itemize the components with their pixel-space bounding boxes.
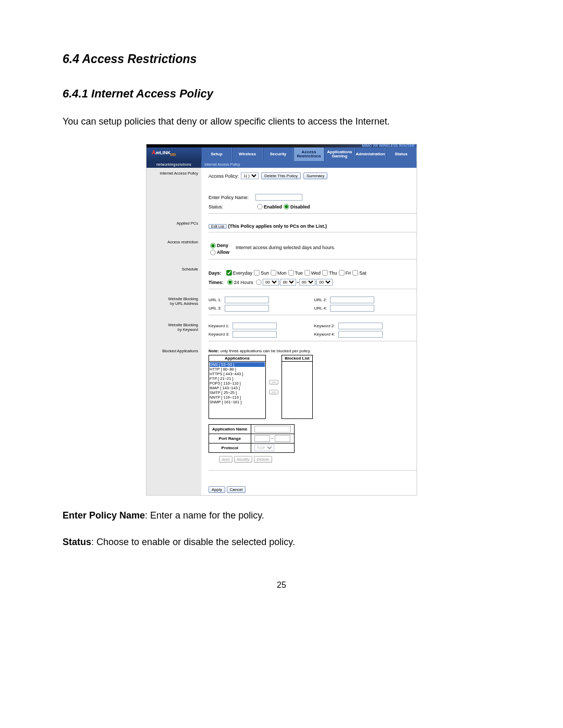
- app-item-smtp[interactable]: SMTP [ 25~25 ]: [210, 390, 265, 395]
- url1-input[interactable]: [225, 297, 269, 303]
- policy-name-input[interactable]: [255, 194, 302, 201]
- app-item-ftp[interactable]: FTP [ 21~21 ]: [210, 376, 265, 381]
- kw1-input[interactable]: [232, 323, 277, 329]
- everyday-label: Everyday: [233, 270, 253, 276]
- restriction-note: Internet access during selected days and…: [236, 245, 335, 250]
- app-item-pop3[interactable]: POP3 [ 110~110 ]: [210, 381, 265, 386]
- url3-input[interactable]: [225, 305, 269, 312]
- policy-name-label: Enter Policy Name:: [209, 195, 253, 200]
- status-enabled-radio[interactable]: [257, 204, 262, 209]
- nav-access-restrictions[interactable]: Access Restrictions: [293, 147, 324, 161]
- applications-list[interactable]: DNS [ 53~53 ] HTTP [ 80~80 ] HTTPS [ 443…: [209, 362, 266, 419]
- port-from-input[interactable]: [254, 435, 270, 442]
- thu-label: Thu: [329, 270, 337, 276]
- access-policy-select[interactable]: 1( ): [241, 172, 259, 179]
- app-item-nntp[interactable]: NNTP [ 119~119 ]: [210, 395, 265, 400]
- time-from-h[interactable]: 00: [263, 279, 279, 286]
- url4-label: URL 4:: [314, 306, 327, 311]
- applications-header: Applications: [209, 355, 266, 362]
- time-range-radio[interactable]: [256, 279, 261, 285]
- fri-label: Fri: [346, 270, 351, 276]
- protocol-select[interactable]: TCP: [254, 445, 274, 451]
- days-label: Days:: [209, 270, 222, 276]
- delete-policy-button[interactable]: Delete This Policy: [261, 172, 301, 179]
- nav-security[interactable]: Security: [263, 147, 293, 161]
- wed-checkbox[interactable]: [304, 270, 310, 275]
- kw3-input[interactable]: [232, 331, 277, 338]
- nav-applications-gaming[interactable]: Applications Gaming: [324, 147, 355, 161]
- kw4-label: Keyword 4:: [314, 332, 335, 337]
- kw2-label: Keyword 2:: [314, 324, 335, 328]
- app-item-snmp[interactable]: SNMP [ 161~161 ]: [210, 400, 265, 404]
- app-item-http[interactable]: HTTP [ 80~80 ]: [210, 367, 265, 372]
- kw4-input[interactable]: [338, 331, 383, 338]
- blocked-list[interactable]: [282, 362, 313, 419]
- cancel-button[interactable]: Cancel: [227, 486, 246, 493]
- edit-list-button[interactable]: Edit List: [209, 224, 227, 229]
- 24hours-label: 24 Hours: [234, 280, 253, 285]
- delete-app-button[interactable]: Delete: [254, 456, 272, 463]
- side-blocked-apps: Blocked Applications: [146, 347, 201, 476]
- kw2-input[interactable]: [338, 323, 383, 329]
- url4-input[interactable]: [330, 305, 374, 312]
- move-left-button[interactable]: <<: [269, 390, 278, 394]
- intro-paragraph: You can setup policies that deny or allo…: [63, 115, 500, 128]
- side-kw-block-1: Website Blocking: [168, 323, 198, 327]
- thu-checkbox[interactable]: [322, 270, 327, 275]
- status-label: Status:: [209, 204, 253, 209]
- status-disabled-radio[interactable]: [284, 204, 289, 209]
- side-access-restriction: Access restriction: [146, 238, 201, 265]
- nav-administration[interactable]: Administration: [355, 147, 386, 161]
- nav-wireless[interactable]: Wireless: [232, 147, 263, 161]
- side-url-block-2: by URL Address: [170, 301, 198, 306]
- enter-policy-description: Enter Policy Name: Enter a name for the …: [63, 509, 500, 522]
- everyday-checkbox[interactable]: [226, 270, 231, 275]
- fri-checkbox[interactable]: [339, 270, 344, 275]
- side-iap: Internet Access Policy: [150, 171, 198, 176]
- apply-button[interactable]: Apply: [209, 486, 225, 493]
- appname-input[interactable]: [254, 426, 291, 433]
- nav-setup[interactable]: Setup: [201, 147, 232, 161]
- blocked-list-header: Blocked List: [282, 355, 313, 362]
- app-item-https[interactable]: HTTPS [ 443~443 ]: [210, 372, 265, 376]
- modify-app-button[interactable]: Modify: [234, 456, 253, 463]
- times-label: Times:: [209, 280, 224, 285]
- side-schedule: Schedule: [146, 265, 201, 294]
- subsection-heading: 6.4.1 Internet Access Policy: [63, 87, 500, 101]
- url1-label: URL 1:: [209, 298, 222, 302]
- disabled-text: Disabled: [290, 204, 310, 209]
- side-applied-pcs: Applied PCs: [146, 219, 201, 238]
- add-app-button[interactable]: Add: [219, 456, 232, 463]
- section-heading: 6.4 Access Restrictions: [63, 52, 500, 66]
- sat-checkbox[interactable]: [352, 270, 358, 275]
- nav-status[interactable]: Status: [386, 147, 417, 161]
- sun-checkbox[interactable]: [254, 270, 259, 275]
- brand-logo: AIRLINK 101: [146, 147, 201, 161]
- protocol-label: Protocol: [209, 443, 251, 453]
- time-to-h[interactable]: 00: [299, 279, 315, 286]
- url2-input[interactable]: [330, 297, 374, 303]
- deny-radio[interactable]: [210, 243, 215, 248]
- move-right-button[interactable]: >>: [269, 380, 278, 385]
- mon-checkbox[interactable]: [271, 270, 276, 275]
- kw3-label: Keyword 3:: [209, 332, 229, 337]
- kw1-label: Keyword 1:: [209, 324, 229, 328]
- sun-label: Sun: [261, 270, 269, 276]
- summary-button[interactable]: Summary: [303, 172, 327, 179]
- status-description: Status: Choose to enable or disable the …: [63, 536, 500, 549]
- app-item-dns[interactable]: DNS [ 53~53 ]: [210, 362, 265, 367]
- time-to-m[interactable]: 00: [316, 279, 333, 286]
- portrange-label: Port Range: [209, 434, 251, 443]
- allow-label: Allow: [217, 250, 229, 255]
- model-label: MIMO XR WIRELESS ROUTER: [362, 144, 414, 147]
- port-to-input[interactable]: [275, 435, 290, 442]
- tue-checkbox[interactable]: [288, 270, 293, 275]
- app-item-imap[interactable]: IMAP [ 143~143 ]: [210, 386, 265, 390]
- time-from-m[interactable]: 00: [280, 279, 296, 286]
- deny-label: Deny: [217, 243, 228, 248]
- 24hours-radio[interactable]: [227, 279, 232, 285]
- url3-label: URL 3:: [209, 306, 222, 311]
- side-url-block-1: Website Blocking: [168, 297, 198, 301]
- subnav-internet-access-policy[interactable]: Internet Access Policy: [201, 161, 417, 168]
- allow-radio[interactable]: [210, 250, 215, 255]
